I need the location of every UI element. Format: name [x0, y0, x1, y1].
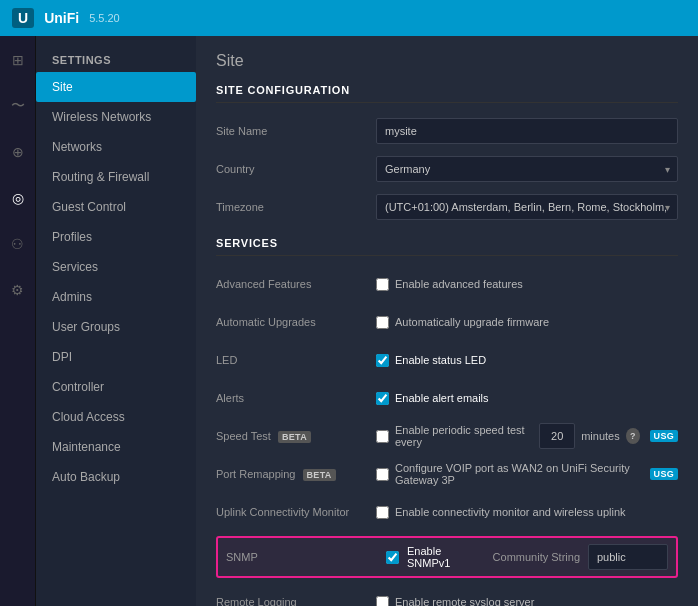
remote-logging-checkbox-label: Enable remote syslog server: [395, 596, 534, 606]
sidebar-item-admins[interactable]: Admins: [36, 282, 196, 312]
speed-test-inner: Enable periodic speed test every minutes…: [376, 423, 678, 449]
uplink-monitor-row: Uplink Connectivity Monitor Enable conne…: [216, 498, 678, 526]
country-control: Germany: [376, 156, 678, 182]
country-select[interactable]: Germany: [376, 156, 678, 182]
site-name-label: Site Name: [216, 125, 376, 137]
topbar-brand: UniFi: [44, 10, 79, 26]
snmp-checkbox[interactable]: [386, 551, 399, 564]
sidebar-item-maintenance[interactable]: Maintenance: [36, 432, 196, 462]
snmp-content: Enable SNMPv1 Community String: [386, 544, 668, 570]
remote-logging-control: Enable remote syslog server: [376, 596, 678, 607]
sidebar-item-cloud-access[interactable]: Cloud Access: [36, 402, 196, 432]
sidebar-item-networks[interactable]: Networks: [36, 132, 196, 162]
topbar-version: 5.5.20: [89, 12, 120, 24]
sidebar-item-auto-backup[interactable]: Auto Backup: [36, 462, 196, 492]
speed-test-badge: BETA: [278, 431, 311, 443]
site-name-row: Site Name mysite: [216, 117, 678, 145]
advanced-features-checkbox[interactable]: [376, 278, 389, 291]
country-label: Country: [216, 163, 376, 175]
nav-settings[interactable]: ⚙: [4, 276, 32, 304]
speed-test-minutes-input[interactable]: [539, 423, 575, 449]
topbar: U UniFi 5.5.20: [0, 0, 698, 36]
remote-logging-row: Remote Logging Enable remote syslog serv…: [216, 588, 678, 606]
snmp-community-label: Community String: [493, 551, 580, 563]
remote-logging-label: Remote Logging: [216, 596, 376, 606]
alerts-control: Enable alert emails: [376, 392, 678, 405]
services-section: SERVICES Advanced Features Enable advanc…: [216, 237, 678, 606]
main-layout: ⊞ 〜 ⊕ ◎ ⚇ ⚙ SETTINGS SiteWireless Networ…: [0, 36, 698, 606]
auto-upgrades-row: Automatic Upgrades Automatically upgrade…: [216, 308, 678, 336]
nav-clients[interactable]: ⚇: [4, 230, 32, 258]
led-label: LED: [216, 354, 376, 366]
snmp-checkbox-label: Enable SNMPv1: [407, 545, 485, 569]
port-remapping-checkbox-row: Configure VOIP port as WAN2 on UniFi Sec…: [376, 462, 678, 486]
advanced-features-row: Advanced Features Enable advanced featur…: [216, 270, 678, 298]
timezone-label: Timezone: [216, 201, 376, 213]
auto-upgrades-control: Automatically upgrade firmware: [376, 316, 678, 329]
alerts-checkbox[interactable]: [376, 392, 389, 405]
snmp-community-input[interactable]: [588, 544, 668, 570]
sidebar-item-wireless-networks[interactable]: Wireless Networks: [36, 102, 196, 132]
snmp-label: SNMP: [226, 551, 386, 563]
speed-test-row: Speed Test BETA Enable periodic speed te…: [216, 422, 678, 450]
auto-upgrades-checkbox[interactable]: [376, 316, 389, 329]
services-header: SERVICES: [216, 237, 678, 256]
led-checkbox[interactable]: [376, 354, 389, 367]
topbar-logo: U: [12, 8, 34, 28]
timezone-row: Timezone (UTC+01:00) Amsterdam, Berlin, …: [216, 193, 678, 221]
advanced-features-label: Advanced Features: [216, 278, 376, 290]
port-remapping-control: Configure VOIP port as WAN2 on UniFi Sec…: [376, 462, 678, 486]
sidebar-item-site[interactable]: Site: [36, 72, 196, 102]
help-icon[interactable]: ?: [626, 428, 640, 444]
uplink-monitor-checkbox[interactable]: [376, 506, 389, 519]
led-checkbox-label: Enable status LED: [395, 354, 486, 366]
speed-test-usg-badge: USG: [650, 430, 678, 442]
sidebar-item-services[interactable]: Services: [36, 252, 196, 282]
icon-bar: ⊞ 〜 ⊕ ◎ ⚇ ⚙: [0, 36, 36, 606]
uplink-monitor-checkbox-label: Enable connectivity monitor and wireless…: [395, 506, 626, 518]
main-content: Site SITE CONFIGURATION Site Name mysite…: [196, 36, 698, 606]
auto-upgrades-checkbox-label: Automatically upgrade firmware: [395, 316, 549, 328]
speed-test-minutes-label: minutes: [581, 430, 620, 442]
site-name-input[interactable]: mysite: [376, 118, 678, 144]
remote-logging-checkbox[interactable]: [376, 596, 389, 607]
led-checkbox-row: Enable status LED: [376, 354, 678, 367]
uplink-monitor-checkbox-row: Enable connectivity monitor and wireless…: [376, 506, 678, 519]
port-remapping-badge: BETA: [303, 469, 336, 481]
port-remapping-row: Port Remapping BETA Configure VOIP port …: [216, 460, 678, 488]
snmp-control: Enable SNMPv1 Community String: [386, 544, 668, 570]
timezone-select[interactable]: (UTC+01:00) Amsterdam, Berlin, Bern, Rom…: [376, 194, 678, 220]
nav-stats[interactable]: 〜: [4, 92, 32, 120]
sidebar: SETTINGS SiteWireless NetworksNetworksRo…: [36, 36, 196, 606]
speed-test-label: Speed Test BETA: [216, 430, 376, 442]
nav-devices[interactable]: ◎: [4, 184, 32, 212]
uplink-monitor-label: Uplink Connectivity Monitor: [216, 506, 376, 518]
snmp-highlighted-row: SNMP Enable SNMPv1 Community String: [216, 536, 678, 578]
sidebar-item-profiles[interactable]: Profiles: [36, 222, 196, 252]
alerts-label: Alerts: [216, 392, 376, 404]
sidebar-item-dpi[interactable]: DPI: [36, 342, 196, 372]
port-remapping-label: Port Remapping BETA: [216, 468, 376, 480]
sidebar-item-routing-firewall[interactable]: Routing & Firewall: [36, 162, 196, 192]
site-name-control: mysite: [376, 118, 678, 144]
led-control: Enable status LED: [376, 354, 678, 367]
auto-upgrades-checkbox-row: Automatically upgrade firmware: [376, 316, 678, 329]
port-remapping-checkbox[interactable]: [376, 468, 389, 481]
port-remapping-checkbox-label: Configure VOIP port as WAN2 on UniFi Sec…: [395, 462, 640, 486]
led-row: LED Enable status LED: [216, 346, 678, 374]
alerts-checkbox-label: Enable alert emails: [395, 392, 489, 404]
speed-test-control: Enable periodic speed test every minutes…: [376, 423, 678, 449]
sidebar-title: SETTINGS: [36, 44, 196, 72]
sidebar-item-controller[interactable]: Controller: [36, 372, 196, 402]
uplink-monitor-control: Enable connectivity monitor and wireless…: [376, 506, 678, 519]
sidebar-item-guest-control[interactable]: Guest Control: [36, 192, 196, 222]
nav-map[interactable]: ⊕: [4, 138, 32, 166]
sidebar-item-user-groups[interactable]: User Groups: [36, 312, 196, 342]
country-row: Country Germany: [216, 155, 678, 183]
nav-dashboard[interactable]: ⊞: [4, 46, 32, 74]
timezone-control: (UTC+01:00) Amsterdam, Berlin, Bern, Rom…: [376, 194, 678, 220]
speed-test-checkbox[interactable]: [376, 430, 389, 443]
snmp-form-row: SNMP Enable SNMPv1 Community String: [226, 543, 668, 571]
speed-test-checkbox-label: Enable periodic speed test every: [395, 424, 533, 448]
site-config-header: SITE CONFIGURATION: [216, 84, 678, 103]
